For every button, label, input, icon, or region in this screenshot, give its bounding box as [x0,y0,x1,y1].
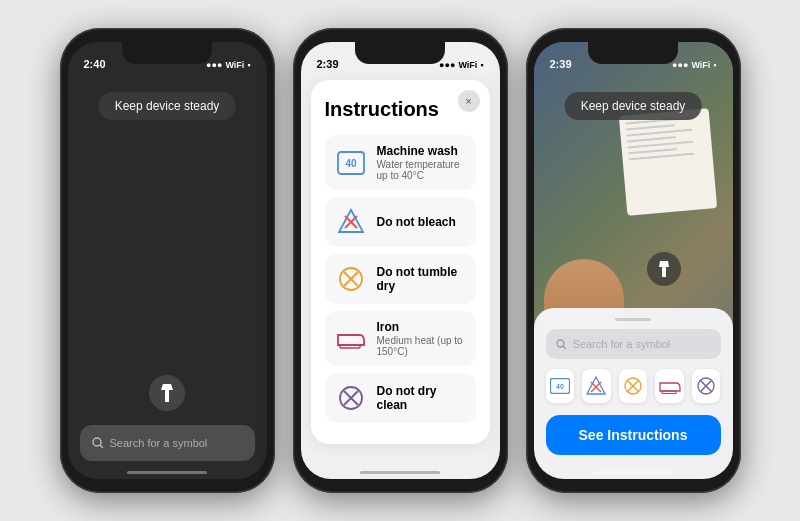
instruction-machine-wash: 40 Machine wash Water temperature up to … [325,135,476,190]
modal-title: Instructions [325,98,476,121]
status-time-2: 2:39 [317,58,339,70]
battery-icon-3: ▪ [713,60,716,70]
no-dry-clean-main: Do not dry clean [377,384,466,412]
phone-3: 2:39 ●●● WiFi ▪ Keep device steady [526,28,741,493]
svg-rect-11 [340,345,360,348]
symbol-chips-row: 40 [546,369,721,403]
symbol-chip-no-bleach[interactable] [582,369,611,403]
no-tumble-text: Do not tumble dry [377,265,466,293]
iron-main: Iron [377,320,466,334]
torch-button-3[interactable] [647,252,681,286]
label-line-3 [626,129,692,137]
sheet-handle [615,318,651,321]
phone-1-screen: 2:40 ●●● WiFi ▪ Keep device steady [68,42,267,479]
no-dry-clean-icon [335,382,367,414]
symbol-chip-iron[interactable] [655,369,684,403]
wash-sub: Water temperature up to 40°C [377,159,466,181]
bottom-sheet: Search for a symbol 40 [534,308,733,479]
no-tumble-icon [335,263,367,295]
svg-marker-15 [659,261,669,277]
wifi-icon-3: WiFi [691,60,710,70]
svg-rect-26 [662,391,676,394]
wash-main: Machine wash [377,144,466,158]
label-line-5 [627,141,693,149]
search-icon-1 [92,437,104,449]
search-bar-1[interactable]: Search for a symbol [80,425,255,461]
iron-sub: Medium heat (up to 150°C) [377,335,466,357]
instruction-iron: Iron Medium heat (up to 150°C) [325,311,476,366]
wifi-icon-1: WiFi [225,60,244,70]
fabric-label [618,108,716,215]
status-icons-3: ●●● WiFi ▪ [672,60,716,70]
search-placeholder-1: Search for a symbol [110,437,208,449]
notch-1 [122,42,212,64]
symbol-chip-no-tumble[interactable] [619,369,648,403]
no-bleach-main: Do not bleach [377,215,466,229]
label-line-2 [625,124,674,130]
svg-line-2 [100,445,103,448]
wash-text: Machine wash Water temperature up to 40°… [377,144,466,181]
svg-point-1 [93,438,101,446]
phones-container: 2:40 ●●● WiFi ▪ Keep device steady [44,12,757,509]
status-icons-1: ●●● WiFi ▪ [206,60,250,70]
no-tumble-main: Do not tumble dry [377,265,466,293]
notch-2 [355,42,445,64]
no-dry-clean-text: Do not dry clean [377,384,466,412]
sheet-search-placeholder: Search for a symbol [573,338,671,350]
iron-icon [335,323,367,355]
status-time-3: 2:39 [550,58,572,70]
live-camera-screen: 2:39 ●●● WiFi ▪ Keep device steady [534,42,733,479]
notch-3 [588,42,678,64]
symbol-chip-no-dry-clean[interactable] [692,369,721,403]
keep-steady-badge-3: Keep device steady [565,92,702,120]
camera-dark-screen: 2:40 ●●● WiFi ▪ Keep device steady [68,42,267,479]
signal-icon-3: ●●● [672,60,688,70]
signal-icon-1: ●●● [206,60,222,70]
instruction-no-tumble: Do not tumble dry [325,254,476,304]
battery-icon-1: ▪ [247,60,250,70]
home-indicator-2 [360,471,440,474]
status-icons-2: ●●● WiFi ▪ [439,60,483,70]
battery-icon-2: ▪ [480,60,483,70]
instruction-no-dry-clean: Do not dry clean [325,373,476,423]
torch-icon-3 [658,261,670,277]
phone-1: 2:40 ●●● WiFi ▪ Keep device steady [60,28,275,493]
symbol-chip-wash[interactable]: 40 [546,369,575,403]
wash-icon: 40 [335,147,367,179]
svg-point-16 [557,340,564,347]
label-line-4 [626,136,675,142]
sheet-search-bar[interactable]: Search for a symbol [546,329,721,359]
svg-text:40: 40 [556,383,564,390]
phone-2: 2:39 ●●● WiFi ▪ × Instructions [293,28,508,493]
status-time-1: 2:40 [84,58,106,70]
svg-marker-0 [161,384,173,402]
svg-text:40: 40 [345,158,357,169]
flashlight-button-1[interactable] [149,375,185,411]
sheet-search-icon [556,339,567,350]
instructions-modal: × Instructions 40 Machine wash Water [311,80,490,444]
see-instructions-label: See Instructions [579,427,688,443]
home-indicator-3 [593,471,673,474]
see-instructions-button[interactable]: See Instructions [546,415,721,455]
signal-icon-2: ●●● [439,60,455,70]
wifi-icon-2: WiFi [458,60,477,70]
phone-3-screen: 2:39 ●●● WiFi ▪ Keep device steady [534,42,733,479]
modal-close-button[interactable]: × [458,90,480,112]
label-line-7 [628,153,694,161]
instruction-no-bleach: Do not bleach [325,197,476,247]
keep-steady-text-1: Keep device steady [115,99,220,113]
label-line-6 [628,148,677,154]
keep-steady-badge-1: Keep device steady [99,92,236,120]
keep-steady-text-3: Keep device steady [581,99,686,113]
home-indicator-1 [127,471,207,474]
svg-line-17 [563,346,566,349]
flashlight-icon-1 [160,384,174,402]
iron-text: Iron Medium heat (up to 150°C) [377,320,466,357]
instructions-screen: 2:39 ●●● WiFi ▪ × Instructions [301,42,500,479]
phone-2-screen: 2:39 ●●● WiFi ▪ × Instructions [301,42,500,479]
no-bleach-text: Do not bleach [377,215,466,229]
svg-marker-20 [587,377,605,394]
no-bleach-icon [335,206,367,238]
